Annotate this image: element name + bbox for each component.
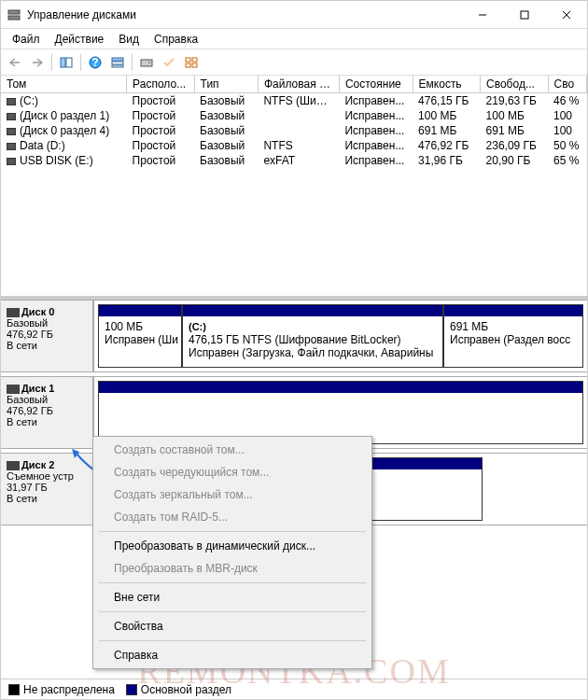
context-menu-item: Создать зеркальный том... [95,483,370,506]
toolbar-disk-icon[interactable] [136,52,157,73]
legend-primary: Основной раздел [141,683,231,696]
context-menu-item[interactable]: Преобразовать в динамический диск... [95,535,370,557]
volume-table: Том Располо... Тип Файловая с... Состоян… [1,76,587,168]
menubar: Файл Действие Вид Справка [1,29,587,49]
svg-text:?: ? [91,56,98,69]
svg-rect-1 [8,16,20,20]
col-free[interactable]: Свобод... [481,76,548,93]
forward-button [27,52,48,73]
context-menu-item: Создать том RAID-5... [95,506,370,528]
context-menu: Создать составной том...Создать чередующ… [92,436,372,669]
col-capacity[interactable]: Емкость [413,76,480,93]
menu-help[interactable]: Справка [147,31,205,48]
legend-unallocated: Не распределена [23,683,115,696]
svg-rect-16 [192,58,197,62]
col-volume[interactable]: Том [1,76,127,93]
svg-rect-17 [186,63,190,67]
col-fs[interactable]: Файловая с... [258,76,339,93]
toolbar: ? [1,49,587,76]
titlebar: Управление дисками [1,1,587,29]
svg-rect-7 [66,58,72,67]
table-row[interactable]: (Диск 0 раздел 1)ПростойБазовыйИсправен.… [1,108,587,123]
svg-rect-6 [61,58,65,67]
svg-rect-15 [186,58,190,62]
window-title: Управление дисками [27,8,461,21]
context-menu-item[interactable]: Вне сети [95,586,370,609]
volume-list[interactable]: Том Располо... Тип Файловая с... Состоян… [1,76,587,300]
disk-label[interactable]: Диск 2Съемное устр31,97 ГБВ сети [1,454,94,525]
svg-rect-13 [141,60,152,66]
col-status[interactable]: Состояние [339,76,413,93]
menu-file[interactable]: Файл [5,31,48,48]
col-layout[interactable]: Располо... [127,76,194,93]
toolbar-check-icon [159,52,179,73]
svg-rect-0 [8,10,20,14]
menu-action[interactable]: Действие [48,31,112,48]
context-menu-item[interactable]: Справка [95,644,370,666]
table-row[interactable]: USB DISK (E:)ПростойБазовыйexFATИсправен… [1,153,587,168]
table-row[interactable]: (C:)ПростойБазовыйNTFS (Шиф...Исправен..… [1,93,587,109]
partition[interactable]: 100 МБИсправен (Ши [98,304,182,368]
legend: Не распределена Основной раздел [1,679,587,699]
col-pct[interactable]: Сво [548,76,587,93]
partition[interactable]: (C:)476,15 ГБ NTFS (Шифрование BitLocker… [182,304,443,368]
context-menu-item: Создать чередующийся том... [95,461,370,483]
partition[interactable] [98,381,583,444]
menu-view[interactable]: Вид [111,31,147,48]
svg-rect-10 [112,58,123,61]
table-row[interactable]: Data (D:)ПростойБазовыйNTFSИсправен...47… [1,138,587,153]
toolbar-grid-icon[interactable] [181,52,202,73]
context-menu-item: Создать составной том... [95,439,370,461]
svg-rect-18 [192,63,197,67]
disk-label[interactable]: Диск 0Базовый476,92 ГБВ сети [1,301,94,371]
disk-row[interactable]: Диск 0Базовый476,92 ГБВ сети100 МБИсправ… [1,300,587,372]
col-type[interactable]: Тип [194,76,258,93]
maximize-button[interactable] [503,1,545,29]
svg-point-14 [148,62,150,63]
toolbar-list-icon[interactable] [107,52,128,73]
disk-label[interactable]: Диск 1Базовый476,92 ГБВ сети [1,377,94,448]
app-icon [7,7,21,22]
back-button [5,52,25,73]
partition[interactable]: 691 МБИсправен (Раздел восс [443,304,583,368]
help-icon[interactable]: ? [85,52,105,73]
close-button[interactable] [545,1,587,29]
svg-rect-11 [112,62,123,64]
context-menu-item: Преобразовать в MBR-диск [95,557,370,580]
table-row[interactable]: (Диск 0 раздел 4)ПростойБазовыйИсправен.… [1,123,587,138]
minimize-button[interactable] [461,1,503,29]
context-menu-item[interactable]: Свойства [95,615,370,637]
svg-rect-12 [112,65,123,67]
toolbar-view-icon[interactable] [56,52,77,73]
svg-rect-3 [521,11,528,19]
